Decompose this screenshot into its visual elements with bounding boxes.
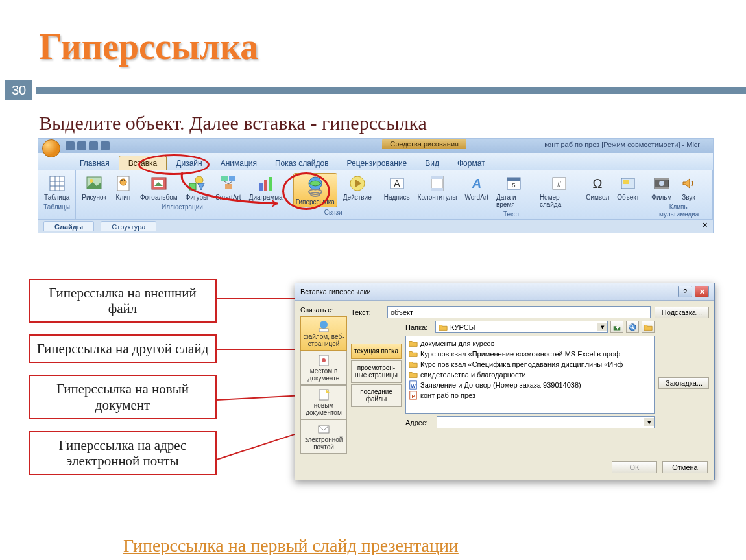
ribbon-btn-фильм[interactable]: Фильм [649,173,673,202]
group-label: Текст [382,211,642,218]
ribbon-btn-надпись[interactable]: AНадпись [382,173,412,209]
ribbon-btn-объект[interactable]: Объект [615,173,641,209]
svg-rect-31 [431,188,443,191]
instruction-text: Выделите объект. Далее вставка - гиперсс… [39,112,746,134]
гиперссылка-icon [304,175,326,197]
svg-rect-0 [50,176,64,191]
svg-text:A: A [471,176,481,191]
bookmark-button[interactable]: Закладка... [658,377,709,389]
file-item[interactable]: документы для курсов [409,338,651,349]
ribbon-tab-анимация[interactable]: Анимация [211,156,266,170]
link-to-3[interactable]: электронной почтой [300,419,347,454]
ribbon-tab-вид[interactable]: Вид [416,156,448,170]
ribbon-tab-показ слайдов[interactable]: Показ слайдов [266,156,338,170]
file-list[interactable]: документы для курсовКурс пов квал «Приме… [405,336,655,414]
browse-file-button[interactable] [642,321,655,333]
callout-2: Гиперссылка на новый документ [29,375,217,419]
ribbon-btn-звук[interactable]: Звук [677,173,699,202]
link-to-icon [317,423,331,436]
svg-rect-34 [507,178,520,181]
slide-title: Гиперссылка [39,26,746,67]
file-item[interactable]: Курс пов квал «Применение возможностей M… [409,349,651,359]
dropdown-arrow-icon[interactable]: ▾ [644,418,654,426]
insert-hyperlink-dialog: Вставка гиперссылки ? ✕ Связать с: файло… [295,283,715,480]
фотоальбом-icon [150,174,168,192]
ok-button[interactable]: ОК [612,461,657,473]
dropdown-arrow-icon[interactable]: ▾ [597,323,607,331]
smartart-icon [219,174,237,192]
nav-0[interactable]: текущая папка [351,344,402,360]
фильм-icon [653,174,671,192]
svg-rect-17 [225,184,232,189]
link-to-column: Связать с: файлом, веб-страницейместом в… [300,306,347,454]
slide-number-bar: 30 [0,80,746,100]
ribbon-btn-номер слайда[interactable]: #Номер слайда [538,173,580,209]
ribbon-btn-гиперссылка[interactable]: Гиперссылка [293,173,337,207]
link-to-1[interactable]: местом в документе [300,351,347,385]
quick-access-toolbar[interactable] [66,141,110,150]
cancel-button[interactable]: Отмена [662,461,708,473]
folder-value: КУРСЫ [450,323,475,331]
file-item[interactable]: свидетельства и благодарности [409,369,651,380]
ribbon-btn-фотоальбом[interactable]: Фотоальбом [138,173,180,202]
ribbon-tab-рецензирование[interactable]: Рецензирование [338,156,416,170]
pane-tab-структура[interactable]: Структура [101,221,156,231]
ribbon-btn-smartart[interactable]: SmartArt [213,173,243,202]
browse-web-button[interactable] [626,321,639,333]
close-button[interactable]: ✕ [695,286,709,298]
file-item[interactable]: Курс пов квал «Специфика преподавания ди… [409,359,651,369]
ribbon-tab-формат[interactable]: Формат [448,156,494,170]
ribbon-group-tables: ТаблицаТаблицы [38,170,76,219]
ribbon-btn-действие[interactable]: Действие [341,173,374,207]
svg-text:P: P [411,393,415,399]
wordart-icon: A [468,174,486,192]
svg-rect-20 [259,183,263,191]
svg-rect-43 [655,187,669,189]
link-to-2[interactable]: новым документом [300,385,347,419]
svg-point-48 [322,358,326,362]
ribbon-tab-вставка[interactable]: Вставка [119,156,167,170]
ribbon-btn-дата и время[interactable]: 5Дата и время [494,173,534,209]
ribbon-tab-дизайн[interactable]: Дизайн [167,156,211,170]
ribbon-group-illustrations: РисунокКлипФотоальбомФигурыSmartArtДиагр… [76,170,289,219]
office-button-icon[interactable] [42,139,60,158]
рисунок-icon [85,174,103,192]
ribbon-btn-диаграмма[interactable]: Диаграмма [247,173,285,202]
group-label: Таблицы [42,204,71,211]
link-to-0[interactable]: файлом, веб-страницей [300,316,347,351]
ribbon-btn-клип[interactable]: Клип [112,173,134,202]
nav-1[interactable]: просмотрен-ные страницы [351,360,402,383]
tooltip-button[interactable]: Подсказка... [655,307,709,318]
диаграмма-icon [257,174,275,192]
ribbon-tab-главная[interactable]: Главная [71,156,119,170]
text-input[interactable] [387,306,651,318]
ribbon-group-links: ГиперссылкаДействиеСвязи [289,170,378,219]
text-label: Текст: [351,309,383,316]
svg-line-19 [228,181,232,184]
callout-0: Гиперссылка на внешний файл [29,279,217,323]
slide-number: 30 [5,80,32,100]
ribbon-btn-колонтитулы[interactable]: Колонтитулы [416,173,459,209]
pane-tabs: СлайдыСтруктура✕ [38,219,713,233]
дата и время-icon: 5 [505,174,523,192]
bottom-hyperlink[interactable]: Гиперссылка на первый слайд презентации [123,535,459,556]
ribbon-btn-wordart[interactable]: AWordArt [463,173,490,209]
ribbon-btn-таблица[interactable]: Таблица [42,173,71,202]
address-combo[interactable]: ▾ [437,416,655,428]
ribbon-btn-фигуры[interactable]: Фигуры [184,173,210,202]
pane-tab-слайды[interactable]: Слайды [43,221,94,231]
help-button[interactable]: ? [678,286,692,298]
file-item[interactable]: Pконт раб по през [409,390,651,401]
nav-2[interactable]: последние файлы [351,384,402,407]
dialog-title-bar[interactable]: Вставка гиперссылки ? ✕ [295,283,714,301]
close-pane-icon[interactable]: ✕ [702,221,708,231]
file-item[interactable]: WЗаявление и Договор (Номер заказа 93901… [409,380,651,390]
folder-combo[interactable]: КУРСЫ ▾ [435,321,608,333]
svg-point-9 [121,180,123,181]
ribbon-btn-символ[interactable]: ΩСимвол [584,173,611,209]
svg-line-18 [224,181,228,184]
ribbon-btn-рисунок[interactable]: Рисунок [80,173,108,202]
надпись-icon: A [388,174,406,192]
up-folder-button[interactable] [610,321,623,333]
contextual-tab[interactable]: Средства рисования [382,139,466,149]
